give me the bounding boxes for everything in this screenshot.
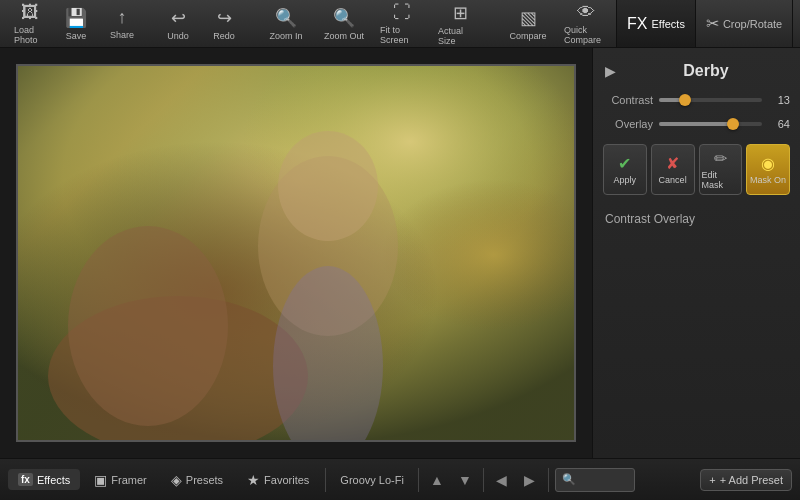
compare-icon: ▧ [520,7,537,29]
quick-compare-button[interactable]: 👁 Quick Compare [558,3,614,45]
zoom-out-icon: 🔍 [333,7,355,29]
framer-icon: ▣ [94,472,107,488]
bottom-divider-2 [418,468,419,492]
contrast-label: Contrast [603,94,653,106]
contrast-overlay-section: Contrast Overlay [603,203,790,233]
crop-icon: ✂ [706,14,719,33]
effects-icon: fx [18,473,33,486]
photo-svg [18,66,576,442]
zoom-out-button[interactable]: 🔍 Zoom Out [316,3,372,45]
save-icon: 💾 [65,7,87,29]
bottom-tab-framer[interactable]: ▣ Framer [84,468,156,492]
undo-icon: ↩ [171,7,186,29]
overlay-value: 64 [768,118,790,130]
cancel-button[interactable]: ✘ Cancel [651,144,695,195]
mask-on-button[interactable]: ◉ Mask On [746,144,790,195]
play-icon[interactable]: ▶ [605,63,616,79]
edit-mask-icon: ✏ [714,149,727,168]
right-tabs: FX Effects ✂ Crop/Rotate ⚖ Adjust [616,0,800,47]
tab-crop[interactable]: ✂ Crop/Rotate [695,0,792,47]
cancel-icon: ✘ [666,154,679,173]
zoom-in-icon: 🔍 [275,7,297,29]
load-photo-button[interactable]: 🖼 Load Photo [8,3,52,45]
tab-adjust[interactable]: ⚖ Adjust [792,0,800,47]
effect-title-row: ▶ Derby [603,58,790,84]
contrast-value: 13 [768,94,790,106]
contrast-track[interactable] [659,98,762,102]
fit-screen-button[interactable]: ⛶ Fit to Screen [374,3,430,45]
search-icon: 🔍 [562,473,576,486]
effect-name: Derby [624,62,788,80]
bottom-divider-4 [548,468,549,492]
top-toolbar: 🖼 Load Photo 💾 Save ↑ Share ↩ Undo ↪ Red… [0,0,800,48]
right-panel: ▶ Derby Contrast 13 Overlay 64 ✔ Ap [592,48,800,458]
svg-point-8 [278,131,378,241]
overlay-slider-row: Overlay 64 [603,116,790,132]
search-box[interactable]: 🔍 [555,468,635,492]
bottom-tab-presets[interactable]: ◈ Presets [161,468,233,492]
redo-icon: ↪ [217,7,232,29]
add-preset-button[interactable]: + + Add Preset [700,469,792,491]
save-button[interactable]: 💾 Save [54,3,98,45]
contrast-thumb[interactable] [679,94,691,106]
undo-button[interactable]: ↩ Undo [156,3,200,45]
svg-point-5 [68,226,228,426]
share-button[interactable]: ↑ Share [100,3,144,45]
bottom-toolbar: fx Effects ▣ Framer ◈ Presets ★ Favorite… [0,458,800,500]
edit-mask-button[interactable]: ✏ Edit Mask [699,144,743,195]
bottom-tab-effects[interactable]: fx Effects [8,469,80,490]
fx-icon: FX [627,15,647,33]
bottom-divider-3 [483,468,484,492]
overlay-fill [659,122,733,126]
add-preset-plus-icon: + [709,474,715,486]
contrast-slider-row: Contrast 13 [603,92,790,108]
tab-fx[interactable]: FX Effects [616,0,695,47]
overlay-track[interactable] [659,122,762,126]
preset-name-label: Groovy Lo-Fi [332,474,412,486]
photo-area [0,48,592,458]
apply-icon: ✔ [618,154,631,173]
overlay-label: Overlay [603,118,653,130]
main-area: ▶ Derby Contrast 13 Overlay 64 ✔ Ap [0,48,800,458]
back-button[interactable]: ◀ [490,468,514,492]
photo-container [16,64,576,442]
redo-button[interactable]: ↪ Redo [202,3,246,45]
photo-canvas [18,66,574,440]
actual-size-button[interactable]: ⊞ Actual Size [432,3,488,45]
fit-screen-icon: ⛶ [393,2,411,23]
actual-size-icon: ⊞ [453,2,468,24]
bottom-divider-1 [325,468,326,492]
apply-button[interactable]: ✔ Apply [603,144,647,195]
overlay-thumb[interactable] [727,118,739,130]
share-icon: ↑ [118,7,127,28]
favorites-icon: ★ [247,472,260,488]
load-photo-icon: 🖼 [21,2,39,23]
zoom-in-button[interactable]: 🔍 Zoom In [258,3,314,45]
action-buttons: ✔ Apply ✘ Cancel ✏ Edit Mask ◉ Mask On [603,144,790,195]
presets-icon: ◈ [171,472,182,488]
next-preset-button[interactable]: ▼ [453,468,477,492]
compare-button[interactable]: ▧ Compare [500,3,556,45]
contrast-overlay-label: Contrast Overlay [605,212,695,226]
bottom-tab-favorites[interactable]: ★ Favorites [237,468,319,492]
forward-button[interactable]: ▶ [518,468,542,492]
mask-on-icon: ◉ [761,154,775,173]
prev-preset-button[interactable]: ▲ [425,468,449,492]
quick-compare-icon: 👁 [577,2,595,23]
